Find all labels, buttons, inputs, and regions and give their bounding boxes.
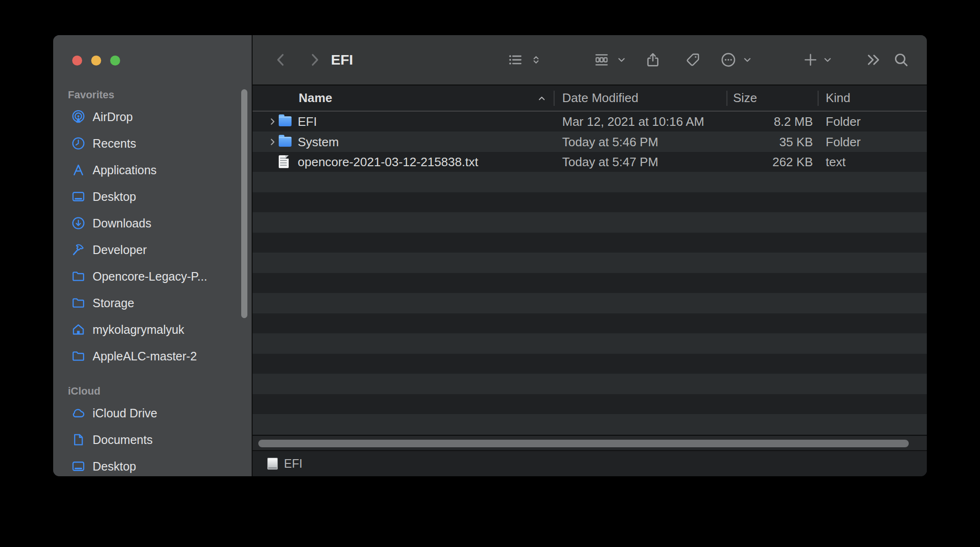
folder-icon <box>71 296 85 310</box>
sidebar-item-applealc[interactable]: AppleALC-master-2 <box>53 343 252 369</box>
horizontal-scrollbar[interactable] <box>258 440 909 447</box>
sidebar-scrollbar[interactable] <box>241 89 247 318</box>
minimize-button[interactable] <box>91 56 101 66</box>
sidebar: Favorites AirDrop Recents Applications D… <box>53 35 252 476</box>
sidebar-item-airdrop[interactable]: AirDrop <box>53 104 252 130</box>
horizontal-scrollbar-track <box>253 435 927 450</box>
status-path-item[interactable]: EFI <box>267 451 302 476</box>
sidebar-item-downloads[interactable]: Downloads <box>53 210 252 236</box>
close-button[interactable] <box>72 56 82 66</box>
column-header-size[interactable]: Size <box>733 85 757 111</box>
sidebar-item-documents[interactable]: Documents <box>53 426 252 453</box>
sidebar-item-recents[interactable]: Recents <box>53 130 252 157</box>
finder-window: Favorites AirDrop Recents Applications D… <box>53 35 927 476</box>
file-name: opencore-2021-03-12-215838.txt <box>298 152 478 172</box>
folder-icon <box>71 269 85 283</box>
sidebar-item-storage[interactable]: Storage <box>53 290 252 316</box>
disk-icon <box>267 458 278 470</box>
tag-icon <box>685 52 701 68</box>
window-controls <box>72 56 120 66</box>
status-bar: EFI <box>253 450 927 476</box>
forward-button[interactable] <box>305 50 324 69</box>
chevron-down-icon <box>742 54 753 66</box>
file-kind: Folder <box>826 132 861 152</box>
file-kind: Folder <box>826 112 861 132</box>
document-icon <box>71 433 85 447</box>
search-button[interactable] <box>892 50 911 69</box>
airdrop-icon <box>71 110 85 124</box>
file-date-modified: Mar 12, 2021 at 10:16 AM <box>562 112 704 132</box>
table-row[interactable]: System Today at 5:46 PM 35 KB Folder <box>253 132 927 152</box>
back-button[interactable] <box>272 50 291 69</box>
new-item-chevron[interactable] <box>818 50 837 69</box>
sidebar-icloud-items: iCloud Drive Documents Desktop <box>53 400 252 476</box>
desktop-icon <box>71 189 85 204</box>
sidebar-section-icloud: iCloud <box>68 385 100 397</box>
sidebar-item-home[interactable]: mykolagrymalyuk <box>53 316 252 343</box>
chevron-down-icon <box>822 54 833 66</box>
applications-icon <box>71 163 85 177</box>
column-divider[interactable] <box>818 91 819 106</box>
sidebar-item-developer[interactable]: Developer <box>53 236 252 263</box>
hammer-icon <box>71 243 85 257</box>
file-kind: text <box>826 152 846 172</box>
view-as-list-button[interactable] <box>506 50 525 69</box>
double-chevron-right-icon <box>866 52 882 68</box>
file-size: 8.2 MB <box>733 112 813 132</box>
group-by-chevron[interactable] <box>612 50 631 69</box>
text-file-icon <box>279 157 289 168</box>
file-size: 35 KB <box>733 132 813 152</box>
folder-icon <box>279 116 292 126</box>
column-header-date-modified[interactable]: Date Modified <box>562 85 638 111</box>
sidebar-favorites-items: AirDrop Recents Applications Desktop Dow… <box>53 104 252 369</box>
column-divider[interactable] <box>554 91 555 106</box>
table-row[interactable]: EFI Mar 12, 2021 at 10:16 AM 8.2 MB Fold… <box>253 112 927 132</box>
more-actions-button[interactable] <box>719 50 738 69</box>
chevron-down-icon <box>616 54 627 66</box>
file-size: 262 KB <box>733 152 813 172</box>
disclosure-chevron-icon[interactable] <box>268 117 277 126</box>
view-switch-button[interactable] <box>527 50 546 69</box>
sidebar-item-desktop[interactable]: Desktop <box>53 183 252 210</box>
folder-icon <box>71 349 85 363</box>
chevron-right-icon <box>306 52 322 68</box>
disclosure-chevron-icon[interactable] <box>268 137 277 147</box>
column-header-name[interactable]: Name <box>299 85 332 111</box>
chevron-up-down-icon <box>530 54 542 66</box>
sidebar-section-favorites: Favorites <box>68 89 114 101</box>
overflow-toolbar-button[interactable] <box>864 50 883 69</box>
list-view-icon <box>507 52 523 68</box>
file-name: EFI <box>298 112 317 132</box>
file-name: System <box>298 132 339 152</box>
share-icon <box>645 52 661 68</box>
toolbar: EFI <box>253 35 927 85</box>
file-date-modified: Today at 5:47 PM <box>562 152 658 172</box>
group-by-button[interactable] <box>592 50 611 69</box>
tag-button[interactable] <box>683 50 702 69</box>
clock-icon <box>71 136 85 151</box>
desktop-icon <box>71 459 85 473</box>
sidebar-item-applications[interactable]: Applications <box>53 157 252 183</box>
window-title: EFI <box>331 35 353 85</box>
column-header-kind[interactable]: Kind <box>826 85 850 111</box>
sidebar-item-opencore-legacy[interactable]: Opencore-Legacy-P... <box>53 263 252 290</box>
zoom-button[interactable] <box>110 56 120 66</box>
table-row[interactable]: opencore-2021-03-12-215838.txt Today at … <box>253 152 927 172</box>
share-button[interactable] <box>643 50 662 69</box>
plus-icon <box>802 52 819 68</box>
folder-icon <box>279 137 292 147</box>
group-view-icon <box>594 52 610 68</box>
sidebar-item-icloud-drive[interactable]: iCloud Drive <box>53 400 252 426</box>
chevron-left-icon <box>273 52 289 68</box>
column-divider[interactable] <box>726 91 727 106</box>
new-item-button[interactable] <box>801 50 820 69</box>
more-actions-chevron[interactable] <box>738 50 757 69</box>
search-icon <box>893 52 909 68</box>
cloud-icon <box>71 406 85 420</box>
ellipsis-circle-icon <box>720 52 736 68</box>
sort-ascending-icon <box>537 93 547 104</box>
main-pane: EFI <box>252 35 927 476</box>
home-icon <box>71 322 85 337</box>
column-header-row: Name Date Modified Size Kind <box>253 85 927 112</box>
sidebar-item-icloud-desktop[interactable]: Desktop <box>53 453 252 476</box>
